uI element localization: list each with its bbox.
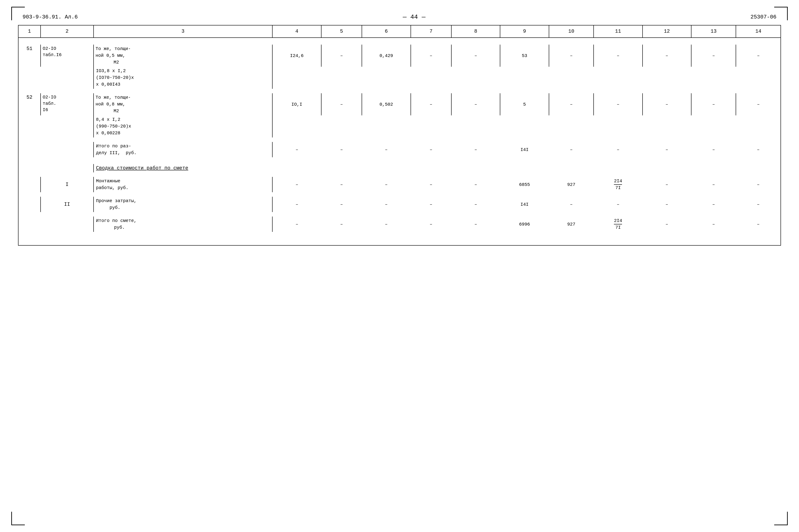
row-51-c12: – (643, 44, 691, 67)
svodka-II-code: ІІ (41, 197, 93, 212)
itogo-smeta-c4: – (272, 216, 321, 232)
svodka-II-c11: – (594, 197, 642, 212)
svodka-I-c10: 927 (549, 177, 594, 192)
svodka-I-c12: – (643, 177, 691, 192)
itogo-sh-c9: І4І (500, 142, 549, 157)
row-52-extra-num (18, 115, 41, 137)
spacer-row (18, 38, 781, 44)
row-51-c8: – (451, 44, 500, 67)
row-51-extra-c8 (451, 67, 500, 89)
svodka-I-c5: – (321, 177, 362, 192)
row-52-c11: – (594, 93, 642, 115)
content-table: 51 О2-ІОтабл.І6 То же, толщи-ной 0,5 мм,… (18, 38, 781, 246)
itogo-sh-c5: – (321, 142, 362, 157)
row-51-extra-c5 (321, 67, 362, 89)
row-51-c4: І24,6 (272, 44, 321, 67)
itogo-sh-c8: – (451, 142, 500, 157)
spacer-5 (18, 172, 781, 177)
itogo-sh-c13: – (691, 142, 736, 157)
svodka-II-c12: – (643, 197, 691, 212)
svodka-I-c6: – (362, 177, 411, 192)
row-51-c7: – (411, 44, 451, 67)
col-header-14: 14 (736, 25, 781, 38)
col-header-13: 13 (691, 25, 736, 38)
column-header-table: 1 2 3 4 5 6 7 8 9 10 11 12 13 14 (18, 25, 781, 38)
itogo-sh-c7: – (411, 142, 451, 157)
itogo-sh-code (41, 142, 93, 157)
row-52-extra-c9 (500, 115, 549, 137)
row-52-main: 52 О2-ІОтабл.І6 То же, толщи-ной 0,8 мм,… (18, 93, 781, 115)
col-header-7: 7 (411, 25, 451, 38)
row-52-num: 52 (18, 93, 41, 115)
row-51-c5: – (321, 44, 362, 67)
svodka-II-c9: І4І (500, 197, 549, 212)
spacer-4 (18, 157, 781, 164)
col-header-9: 9 (500, 25, 549, 38)
svodka-I-c11: 2І4 7І (594, 177, 642, 192)
row-51-code: О2-ІОтабл.І6 (41, 44, 93, 67)
corner-tl (11, 7, 25, 20)
row-51-extra-c9 (500, 67, 549, 89)
svodka-I-fraction: 2І4 7І (595, 178, 640, 191)
col-header-11: 11 (594, 25, 642, 38)
row-52-extra-c6 (362, 115, 411, 137)
col-header-12: 12 (643, 25, 691, 38)
row-51-desc: То же, толщи-ной 0,5 мм,М2 (94, 44, 273, 67)
header: 903-9-36.91. Ал.6 — 44 — 25307-06 (18, 14, 781, 20)
row-52-c5: – (321, 93, 362, 115)
svodka-I-c14: – (736, 177, 781, 192)
itogo-smeta-c13: – (691, 216, 736, 232)
page: 903-9-36.91. Ал.6 — 44 — 25307-06 1 2 3 … (0, 0, 799, 532)
row-51-extra-c13 (691, 67, 736, 89)
header-center: — 44 — (403, 14, 425, 20)
row-52-extra-c12 (643, 115, 691, 137)
row-52-extra-c8 (451, 115, 500, 137)
svodka-title-code (41, 164, 93, 172)
row-51-c6: 0,429 (362, 44, 411, 67)
itogo-smeta-c7: – (411, 216, 451, 232)
svodka-II-c14: – (736, 197, 781, 212)
spacer-7 (18, 212, 781, 216)
itogo-sh-c12: – (643, 142, 691, 157)
row-52-extra-desc: 8,4 х І,2 (990-750-20)х х 0,00228 (94, 115, 273, 137)
corner-br (774, 512, 788, 525)
itogo-smeta-c10: 927 (549, 216, 594, 232)
row-52-extra-c4 (272, 115, 321, 137)
row-51-num: 51 (18, 44, 41, 67)
svodka-title: Сводка стоимости работ по смете (94, 164, 781, 172)
row-52-c6: 0,502 (362, 93, 411, 115)
row-52-extra: 8,4 х І,2 (990-750-20)х х 0,00228 (18, 115, 781, 137)
row-52-extra-c14 (736, 115, 781, 137)
row-52-desc: То же, толщи-ной 0,8 мм,М2 (94, 93, 273, 115)
header-right: 25307-06 (750, 14, 777, 20)
itogo-smeta-c9: 6996 (500, 216, 549, 232)
svodka-row-I: І Монтажныеработы, руб. – – – – – 6855 9… (18, 177, 781, 192)
row-52-c4: ІО,І (272, 93, 321, 115)
itogo-sh-c4: – (272, 142, 321, 157)
row-51-extra: ІО3,8 х І,2 (ІО70-750-20)х х 0,00І43 (18, 67, 781, 89)
row-52-c7: – (411, 93, 451, 115)
itogo-smeta-desc: Итого по смете,руб. (94, 216, 273, 232)
row-52-c13: – (691, 93, 736, 115)
svodka-II-c5: – (321, 197, 362, 212)
row-51-extra-code (41, 67, 93, 89)
corner-bl (11, 512, 25, 525)
row-51-extra-c6 (362, 67, 411, 89)
col-header-10: 10 (549, 25, 594, 38)
row-52-c10: – (549, 93, 594, 115)
svodka-I-c8: – (451, 177, 500, 192)
itogo-smeta-numerator: 2І4 (614, 218, 622, 224)
itogo-sh-c10: – (549, 142, 594, 157)
row-51-extra-c11 (594, 67, 642, 89)
row-51-c13: – (691, 44, 736, 67)
row-51-c9: 53 (500, 44, 549, 67)
svodka-I-c9: 6855 (500, 177, 549, 192)
svodka-I-num (18, 177, 41, 192)
spacer-final (18, 232, 781, 245)
svodka-I-denominator: 7І (615, 185, 621, 191)
svodka-II-desc: Прочие затраты,руб. (94, 197, 273, 212)
itogo-sh-desc: Итого по раз-делу ІІІ, руб. (94, 142, 273, 157)
itogo-sh-c14: – (736, 142, 781, 157)
svodka-II-c7: – (411, 197, 451, 212)
itogo-smeta-c5: – (321, 216, 362, 232)
